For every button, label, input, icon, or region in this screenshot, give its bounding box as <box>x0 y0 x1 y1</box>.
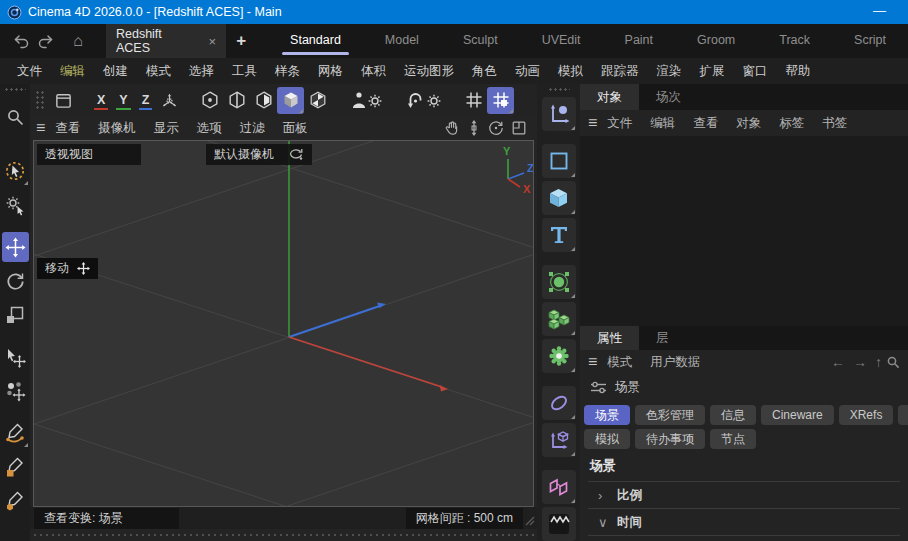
minimize-button[interactable]: — <box>873 0 886 24</box>
layout-tab-sculpt[interactable]: Sculpt <box>441 24 520 58</box>
toggle-panel-layout-icon[interactable] <box>511 120 527 136</box>
am-menu-userdata[interactable]: 用户数据 <box>642 354 708 371</box>
hex-pen-tool-icon[interactable] <box>2 486 29 516</box>
axis-y-toggle[interactable]: Y <box>116 91 130 110</box>
chip-info[interactable]: 信息 <box>710 405 756 425</box>
menu-mograph[interactable]: 运动图形 <box>395 58 463 84</box>
viewport-menu-panel[interactable]: 面板 <box>275 120 316 137</box>
menu-animate[interactable]: 动画 <box>506 58 549 84</box>
layout-tab-script[interactable]: Script <box>832 24 908 58</box>
grid-icon[interactable] <box>460 87 487 114</box>
orbit-view-icon[interactable] <box>488 120 504 136</box>
chip-cineware[interactable]: Cineware <box>761 405 834 425</box>
chip-nodes[interactable]: 节点 <box>710 429 756 449</box>
mode-sliders-icon[interactable] <box>590 381 607 394</box>
layout-tab-uvedit[interactable]: UVEdit <box>520 24 603 58</box>
cube-primitive-icon[interactable] <box>542 181 576 215</box>
history-up-icon[interactable]: ↑ <box>871 354 886 370</box>
camera-label-chip[interactable]: 默认摄像机 <box>206 144 312 165</box>
instance-icon[interactable] <box>542 470 576 504</box>
chevron-right-icon[interactable]: › <box>598 488 608 503</box>
object-manager-hamburger-icon[interactable]: ≡ <box>588 115 597 131</box>
view-name-label[interactable]: 透视视图 <box>37 144 141 165</box>
chevron-down-icon[interactable]: ∨ <box>598 515 608 530</box>
cloner-icon[interactable] <box>542 265 576 299</box>
uturn-gear-icon[interactable] <box>401 87 447 114</box>
mode-object-label[interactable]: 场景 <box>615 379 640 396</box>
menu-simulate[interactable]: 模拟 <box>549 58 592 84</box>
live-selection-tool-icon[interactable] <box>2 156 29 186</box>
viewport-menu-options[interactable]: 选项 <box>189 120 230 137</box>
keyframe-strip-icon[interactable] <box>542 507 576 541</box>
palette-drag-handle[interactable] <box>4 87 26 93</box>
deformer-icon[interactable] <box>542 386 576 420</box>
spline-rectangle-icon[interactable] <box>542 144 576 178</box>
group-scale[interactable]: › 比例 <box>588 482 900 509</box>
om-menu-bookmarks[interactable]: 书签 <box>814 115 855 132</box>
edges-mode-icon[interactable] <box>223 87 250 114</box>
om-menu-file[interactable]: 文件 <box>599 115 640 132</box>
object-list[interactable] <box>580 136 908 326</box>
menu-tracker[interactable]: 跟踪器 <box>592 58 648 84</box>
layout-tab-paint[interactable]: Paint <box>603 24 676 58</box>
menu-render[interactable]: 渲染 <box>648 58 691 84</box>
multi-move-tool-icon[interactable] <box>2 376 29 406</box>
chip-color-management[interactable]: 色彩管理 <box>635 405 705 425</box>
camera-cycle-icon[interactable] <box>288 148 304 161</box>
coordinate-tool-icon[interactable] <box>542 97 576 131</box>
am-menu-mode[interactable]: 模式 <box>599 354 640 371</box>
polygons-mode-icon[interactable] <box>250 87 277 114</box>
menu-spline[interactable]: 样条 <box>266 58 309 84</box>
chip-simulation[interactable]: 模拟 <box>584 429 630 449</box>
toolbar-drag-handle[interactable] <box>35 90 45 110</box>
close-tab-icon[interactable]: × <box>209 34 217 49</box>
menu-edit[interactable]: 编辑 <box>51 58 94 84</box>
document-tab[interactable]: Redshift ACES × <box>106 24 226 58</box>
resize-grip-icon[interactable] <box>525 516 535 526</box>
menu-window[interactable]: 窗口 <box>734 58 777 84</box>
history-forward-icon[interactable]: → <box>849 354 871 370</box>
menu-extensions[interactable]: 扩展 <box>691 58 734 84</box>
rotate-tool-icon[interactable] <box>2 266 29 296</box>
viewport-menu-camera[interactable]: 摄像机 <box>90 120 144 137</box>
menu-character[interactable]: 角色 <box>463 58 506 84</box>
chip-todo[interactable]: 待办事项 <box>635 429 705 449</box>
history-back-icon[interactable]: ← <box>827 354 849 370</box>
layout-tab-standard[interactable]: Standard <box>268 24 363 58</box>
undo-icon[interactable] <box>10 29 34 53</box>
square-pen-tool-icon[interactable] <box>2 452 29 482</box>
viewport-menu-view[interactable]: 查看 <box>47 120 88 137</box>
points-mode-icon[interactable] <box>196 87 223 114</box>
simulation-gear-icon[interactable] <box>542 339 576 373</box>
menu-mode[interactable]: 模式 <box>137 58 180 84</box>
field-icon[interactable] <box>542 423 576 457</box>
move-tool-icon[interactable] <box>2 232 29 262</box>
person-gear-icon[interactable] <box>344 87 388 114</box>
grid-snap-icon[interactable] <box>487 87 514 114</box>
layout-tab-groom[interactable]: Groom <box>675 24 757 58</box>
redo-icon[interactable] <box>34 29 58 53</box>
tab-layers[interactable]: 层 <box>639 326 686 350</box>
model-mode-icon[interactable] <box>277 87 304 114</box>
om-menu-objects[interactable]: 对象 <box>728 115 769 132</box>
dolly-view-icon[interactable] <box>467 120 481 136</box>
group-time[interactable]: ∨ 时间 <box>588 509 900 536</box>
home-icon[interactable]: ⌂ <box>66 29 90 53</box>
om-menu-view[interactable]: 查看 <box>685 115 726 132</box>
tab-objects[interactable]: 对象 <box>580 84 639 110</box>
layout-tab-model[interactable]: Model <box>363 24 441 58</box>
add-tab-icon[interactable]: + <box>236 31 246 51</box>
search-icon[interactable] <box>2 102 29 132</box>
tab-attributes[interactable]: 属性 <box>580 326 639 350</box>
pan-view-icon[interactable] <box>444 120 460 136</box>
menu-volume[interactable]: 体积 <box>352 58 395 84</box>
axis-x-toggle[interactable]: X <box>94 91 108 110</box>
viewport-menu-display[interactable]: 显示 <box>146 120 187 137</box>
tool-settings-icon[interactable] <box>2 190 29 220</box>
viewport-canvas[interactable]: 透视视图 默认摄像机 Y Z X 移动 <box>33 140 534 507</box>
texture-mode-icon[interactable] <box>304 87 331 114</box>
menu-help[interactable]: 帮助 <box>777 58 820 84</box>
viewport-menu-filter[interactable]: 过滤 <box>232 120 273 137</box>
attribute-manager-hamburger-icon[interactable]: ≡ <box>588 354 597 370</box>
om-menu-tags[interactable]: 标签 <box>771 115 812 132</box>
